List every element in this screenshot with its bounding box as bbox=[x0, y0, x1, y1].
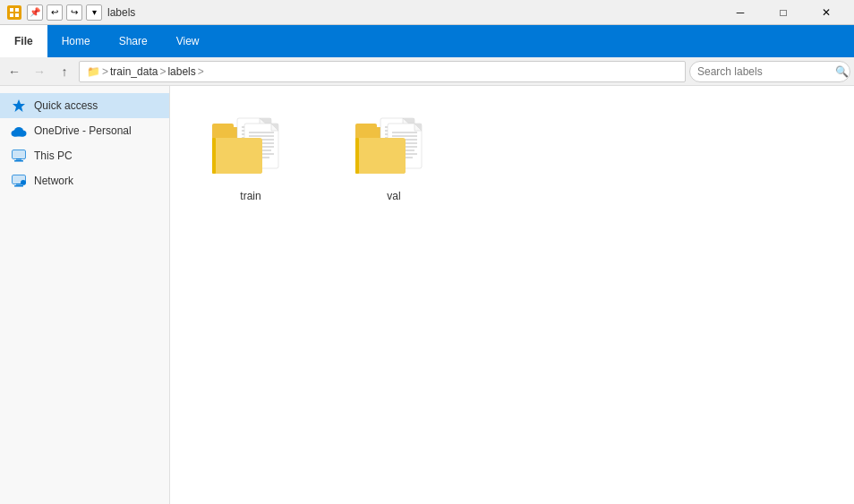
folder-val-icon bbox=[354, 111, 434, 183]
tab-view[interactable]: View bbox=[162, 25, 214, 57]
folder-train[interactable]: train bbox=[206, 104, 295, 209]
back-button[interactable]: ← bbox=[4, 61, 25, 82]
svg-rect-9 bbox=[13, 132, 25, 137]
folder-train-label: train bbox=[240, 190, 260, 202]
sidebar-item-onedrive[interactable]: OneDrive - Personal bbox=[0, 118, 169, 143]
close-button[interactable]: ✕ bbox=[806, 0, 847, 25]
sidebar: Quick access OneDrive - Personal This PC… bbox=[0, 86, 170, 504]
forward-button[interactable]: → bbox=[29, 61, 50, 82]
breadcrumb-train-data[interactable]: train_data bbox=[110, 65, 158, 78]
title-bar: 📌 ↩ ↪ ▾ labels ─ □ ✕ bbox=[0, 0, 854, 25]
breadcrumb-sep-1: > bbox=[102, 65, 108, 78]
breadcrumb-sep-3: > bbox=[198, 65, 204, 78]
sidebar-item-quick-access[interactable]: Quick access bbox=[0, 93, 169, 118]
svg-rect-0 bbox=[10, 8, 13, 12]
main-layout: Quick access OneDrive - Personal This PC… bbox=[0, 86, 854, 504]
svg-marker-4 bbox=[13, 99, 25, 112]
undo-button[interactable]: ↩ bbox=[47, 4, 63, 21]
address-bar[interactable]: 📁 > train_data > labels > bbox=[79, 61, 686, 82]
redo-button[interactable]: ↪ bbox=[66, 4, 82, 21]
content-area: train bbox=[170, 86, 854, 504]
svg-rect-45 bbox=[212, 138, 216, 174]
pin-button[interactable]: 📌 bbox=[27, 4, 43, 21]
folder-val[interactable]: val bbox=[349, 104, 439, 209]
maximize-button[interactable]: □ bbox=[763, 0, 804, 25]
svg-rect-70 bbox=[355, 138, 406, 174]
pc-icon bbox=[11, 148, 27, 164]
search-box[interactable]: 🔍 bbox=[689, 61, 850, 82]
cloud-icon bbox=[11, 123, 27, 139]
svg-rect-71 bbox=[355, 138, 359, 174]
quick-access-toolbar: 📌 ↩ ↪ ▾ bbox=[27, 4, 102, 21]
search-icon: 🔍 bbox=[835, 65, 849, 78]
sidebar-label-this-pc: This PC bbox=[34, 149, 73, 162]
svg-rect-21 bbox=[212, 124, 234, 131]
toolbar: ← → ↑ 📁 > train_data > labels > 🔍 bbox=[0, 57, 854, 86]
down-arrow-button[interactable]: ▾ bbox=[86, 4, 102, 21]
svg-rect-11 bbox=[13, 150, 25, 158]
sidebar-label-onedrive: OneDrive - Personal bbox=[34, 124, 132, 137]
svg-rect-3 bbox=[15, 13, 19, 17]
svg-rect-13 bbox=[14, 160, 23, 162]
window-controls: ─ □ ✕ bbox=[720, 0, 847, 25]
tab-home[interactable]: Home bbox=[47, 25, 105, 57]
tab-share[interactable]: Share bbox=[105, 25, 162, 57]
search-input[interactable] bbox=[697, 65, 832, 78]
sidebar-label-network: Network bbox=[34, 175, 73, 187]
window-title: labels bbox=[107, 6, 714, 19]
breadcrumb-sep-2: > bbox=[159, 65, 166, 78]
tab-file[interactable]: File bbox=[0, 25, 47, 57]
sidebar-item-this-pc[interactable]: This PC bbox=[0, 143, 169, 168]
svg-text:...: ... bbox=[21, 182, 24, 186]
folder-val-label: val bbox=[387, 190, 400, 202]
app-icon bbox=[7, 5, 21, 20]
sidebar-label-quick-access: Quick access bbox=[34, 99, 98, 112]
svg-rect-12 bbox=[16, 158, 21, 160]
network-icon: ... bbox=[11, 173, 27, 189]
svg-rect-1 bbox=[15, 8, 19, 12]
ribbon: File Home Share View bbox=[0, 25, 854, 57]
folder-train-icon bbox=[210, 111, 291, 183]
breadcrumb-labels[interactable]: labels bbox=[167, 65, 195, 78]
minimize-button[interactable]: ─ bbox=[720, 0, 761, 25]
svg-rect-2 bbox=[10, 13, 13, 17]
sidebar-item-network[interactable]: ... Network bbox=[0, 168, 169, 193]
up-button[interactable]: ↑ bbox=[54, 61, 75, 82]
breadcrumb-root: 📁 bbox=[87, 65, 100, 78]
svg-rect-44 bbox=[212, 138, 262, 174]
star-icon bbox=[11, 98, 27, 114]
svg-rect-47 bbox=[355, 124, 377, 131]
